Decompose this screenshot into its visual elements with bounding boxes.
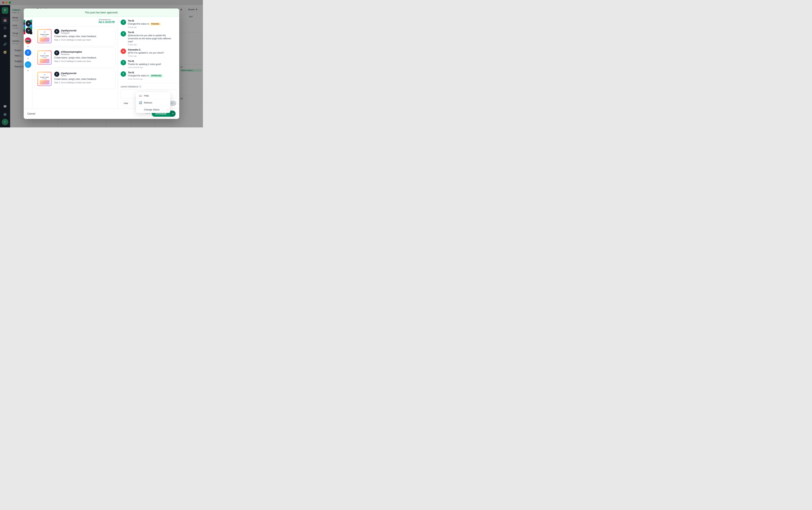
post-content-2: P @Sharemyinsights Facebook Create teams… <box>54 50 113 62</box>
check-2: ✓ <box>24 20 26 22</box>
account-avatar-3: P <box>54 72 59 77</box>
context-menu: 📖 Help 🔄 Refresh Change Status › Pending… <box>136 92 170 113</box>
status-badge-pending: PENDING <box>150 23 161 26</box>
comment-item-2: T Tim B. @alexandra Are you able to upda… <box>121 31 176 46</box>
feedback-label: LEAVE FEEDBACK ⓘ <box>121 85 176 88</box>
comment-item-5: T Tim B. Changed the status to APPROVED … <box>121 71 176 80</box>
network-icon-2[interactable]: P ✓ f <box>24 20 25 27</box>
post-account-1: P @pallyysocial Instagram <box>54 29 113 34</box>
post-account-3: P @pallyysocial Twitter <box>54 72 113 77</box>
post-thumbnail-3: ↗ Create a Team on Pallyy <box>37 72 52 86</box>
post-step-2: Step 1: Go to Settings & create your tea… <box>54 60 113 62</box>
post-card-facebook: ↗ Create a Team on Pallyy P @Sharemyinsi… <box>34 48 115 67</box>
network-icon-7[interactable]: P ✓ T <box>26 27 32 34</box>
pt-badge: P <box>24 32 25 34</box>
post-thumbnail-1: ↗ Create a Team on Pallyy <box>37 29 52 44</box>
hide-button[interactable]: Hide <box>121 101 131 106</box>
comment-body-5: Tim B. Changed the status to APPROVED a … <box>128 71 163 80</box>
scheduled-date[interactable]: Apr 2, 02:00 PM <box>98 21 115 23</box>
side-instagram-icon[interactable]: 📷 <box>25 37 31 44</box>
network-icon-6[interactable]: P ✓ P <box>24 27 25 34</box>
network-icon-3[interactable]: P ✓ 🐦 <box>26 20 32 27</box>
account-avatar-1: P <box>54 29 59 34</box>
schedule-dropdown-arrow[interactable]: ▾ <box>170 111 176 117</box>
comment-body-1: Tim B. Changed the status to PENDING 6 d… <box>128 20 161 28</box>
comment-avatar-3: A <box>121 49 126 54</box>
tk-badge: T <box>30 32 32 34</box>
context-menu-help[interactable]: 📖 Help <box>136 92 170 99</box>
networks-column: P ✓ 📷 P ✓ f P ✓ <box>24 17 32 108</box>
post-content-1: P @pallyysocial Instagram Create teams, … <box>54 29 113 41</box>
twitter-chevron-down[interactable]: ▾ <box>25 69 31 72</box>
refresh-icon: 🔄 <box>139 101 142 104</box>
comment-avatar-4: T <box>121 60 126 65</box>
modal-overlay: This post has been approved. P ✓ 📷 <box>0 0 203 128</box>
help-icon: ⓘ <box>139 85 142 88</box>
comment-body-2: Tim B. @alexandra Are you able to update… <box>128 31 176 46</box>
post-step-1: Step 1: Go to Settings & create your tea… <box>54 39 113 41</box>
comment-item-1: T Tim B. Changed the status to PENDING 6… <box>121 20 176 28</box>
check-7: ✓ <box>30 27 33 29</box>
context-menu-refresh[interactable]: 🔄 Refresh <box>136 99 170 106</box>
comments-list: T Tim B. Changed the status to PENDING 6… <box>118 17 179 83</box>
post-text-1: Create teams, assign roles, share feedba… <box>54 35 113 38</box>
post-card-instagram: ↗ Create a Team on Pallyy P @pallyysocia… <box>34 26 115 46</box>
check-6: ✓ <box>24 27 26 29</box>
instagram-chevron-down[interactable]: ▾ <box>25 46 31 48</box>
comment-item-4: T Tim B. Thanks for updating it, looks g… <box>121 60 176 68</box>
comment-item-3: A Alexandra C. @Tim I've updated it, can… <box>121 49 176 57</box>
side-twitter-icon[interactable]: 🐦 <box>25 61 31 68</box>
post-step-3: Step 1: Go to Settings & create your tea… <box>54 81 113 84</box>
post-content-3: P @pallyysocial Twitter Create teams, as… <box>54 72 113 84</box>
cancel-button[interactable]: Cancel <box>27 112 35 115</box>
help-menu-icon: 📖 <box>139 94 142 97</box>
scheduled-header: Scheduled for: Apr 2, 02:00 PM <box>32 17 118 25</box>
comment-avatar-1: T <box>121 20 126 25</box>
post-thumbnail-2: ↗ Create a Team on Pallyy <box>37 50 52 65</box>
account-avatar-2: P <box>54 50 59 55</box>
context-menu-change-status[interactable]: Change Status › Pending Approved Denied … <box>136 106 170 113</box>
submenu-arrow-icon: › <box>167 108 168 111</box>
comment-avatar-2: T <box>121 31 126 36</box>
comment-avatar-5: T <box>121 71 126 77</box>
post-card-twitter: ↗ Create a Team on Pallyy P @pallyysocia… <box>34 69 115 89</box>
comment-body-4: Tim B. Thanks for updating it, looks goo… <box>128 60 161 68</box>
post-text-3: Create teams, assign roles, share feedba… <box>54 78 113 80</box>
posts-panel: P ✓ 📷 P ✓ f P ✓ <box>24 17 118 108</box>
check-3: ✓ <box>30 20 33 22</box>
facebook-chevron-down[interactable]: ▾ <box>25 57 31 60</box>
side-facebook-icon[interactable]: f <box>25 49 31 56</box>
status-badge-approved: APPROVED <box>150 74 163 78</box>
post-text-2: Create teams, assign roles, share feedba… <box>54 56 113 59</box>
comment-body-3: Alexandra C. @Tim I've updated it, can y… <box>128 49 164 57</box>
post-account-2: P @Sharemyinsights Facebook <box>54 50 113 55</box>
posts-list: Scheduled for: Apr 2, 02:00 PM ↗ Create … <box>32 17 118 108</box>
approval-banner: This post has been approved. <box>24 8 179 17</box>
